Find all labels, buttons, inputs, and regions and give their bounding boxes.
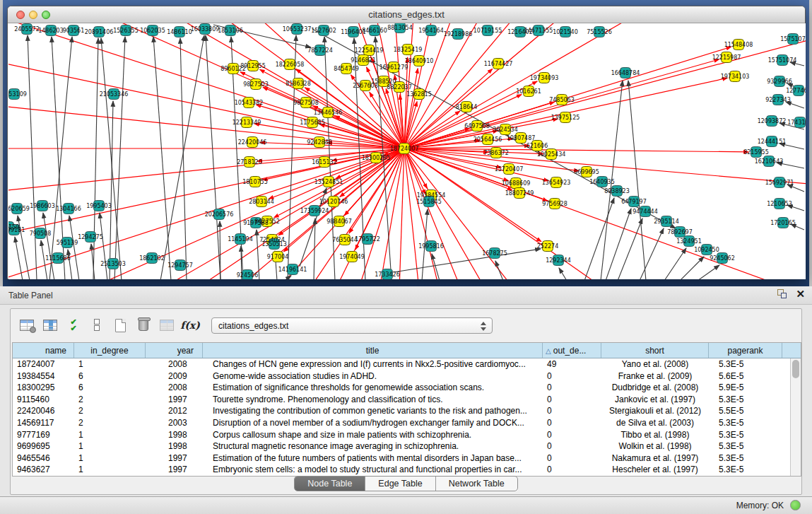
graph-node-label: 8466160 xyxy=(362,28,387,34)
table-row[interactable]: 1830029562008Estimation of significance … xyxy=(13,382,790,394)
delete-table-button[interactable] xyxy=(158,316,176,334)
graph-node-label: 1021540 xyxy=(553,29,578,35)
graph-node-label: 18226058 xyxy=(276,62,305,68)
table-cell: Jankovic et al. (1997) xyxy=(601,394,709,406)
table-cell: 5.3E-5 xyxy=(709,429,782,441)
table-row[interactable]: 946554611997Estimation of the future num… xyxy=(13,452,790,465)
table-row[interactable]: 1456911722003Disruption of a novel membe… xyxy=(13,417,790,429)
table-cell: Yano et al. (2008) xyxy=(601,358,709,370)
table-body: 1872400712008Changes of HCN gene express… xyxy=(13,358,790,476)
graph-node-label: 2803144 xyxy=(249,199,274,205)
graph-node-label: 10653237 xyxy=(283,26,312,33)
graph-node-label: 1324951 xyxy=(676,238,702,245)
table-cell: Corpus callosum shape and size in male p… xyxy=(203,429,543,441)
table-row[interactable]: 977716911998Corpus callosum shape and si… xyxy=(13,429,790,441)
graph-node-label: 6497568 xyxy=(464,123,490,129)
table-cell: Nakamura et al. (1997) xyxy=(601,452,709,465)
scrollbar-thumb[interactable] xyxy=(792,360,799,378)
graph-node-label: 19734103 xyxy=(721,74,750,80)
table-cell: 5.5E-5 xyxy=(709,405,782,417)
column-header-pagerank[interactable]: pagerank xyxy=(709,343,782,358)
function-builder-button[interactable]: f(x) xyxy=(181,316,199,334)
delete-column-button[interactable] xyxy=(134,316,153,334)
select-columns-button[interactable]: ✔✔ xyxy=(64,316,83,334)
table-cell: Dudbridge et al. (2008) xyxy=(601,382,709,394)
column-header-year[interactable]: year xyxy=(146,343,203,358)
table-panel: Table Panel ✕ ✔✔ xyxy=(0,286,812,514)
graph-node-label: 6479197 xyxy=(621,199,647,205)
table-cell: 9777169 xyxy=(13,429,74,441)
table-cell: 5.3E-5 xyxy=(709,394,782,406)
graph-node-label: 13524851 xyxy=(314,179,343,185)
graph-node-label: 1515845 xyxy=(416,199,442,205)
table-cell: Genome-wide association studies in ADHD. xyxy=(203,370,543,382)
table-cell: Disruption of a novel member of a sodium… xyxy=(203,417,543,429)
table-cell: Tibbo et al. (1998) xyxy=(601,429,709,441)
table-row[interactable]: 969969511998Structural magnetic resonanc… xyxy=(13,440,790,452)
tab-edge-table[interactable]: Edge Table xyxy=(365,477,435,491)
graph-node-label: 9197588 xyxy=(243,220,269,226)
table-cell: 9465546 xyxy=(13,452,74,465)
table-row[interactable]: 946362711997Embryonic stem cells: a mode… xyxy=(13,464,790,476)
table-cell: 2003 xyxy=(146,417,203,429)
table-row[interactable]: 2242004622012Investigating the contribut… xyxy=(13,405,790,417)
table-row[interactable]: 1872400712008Changes of HCN gene express… xyxy=(13,358,790,370)
graph-node-label: 2513503 xyxy=(100,261,126,267)
column-header-in_degree[interactable]: in_degree xyxy=(74,343,146,358)
fx-icon: f(x) xyxy=(180,320,200,331)
column-header-name[interactable]: name xyxy=(13,343,74,358)
graph-node-label: 7515526 xyxy=(587,29,612,35)
table-row[interactable]: 911546021997Tourette syndrome. Phenomeno… xyxy=(13,394,790,406)
graph-node-label: 1862102 xyxy=(139,255,165,262)
graph-node-label: 1678275 xyxy=(482,250,507,257)
table-header-row: namein_degreeyeartitle△out_de...shortpag… xyxy=(13,343,801,358)
graph-node-label: 9227343 xyxy=(765,97,791,103)
table-cell: 0 xyxy=(543,440,601,452)
table-cell: 1997 xyxy=(146,464,203,476)
tab-node-table[interactable]: Node Table xyxy=(295,477,365,491)
network-canvas[interactable]: 1872400718300295896012289129551822605898… xyxy=(8,23,806,279)
graph-node-label: 917004 xyxy=(267,254,289,260)
new-column-button[interactable] xyxy=(111,316,129,334)
table-cell: Embryonic stem cells: a model to study s… xyxy=(203,464,543,476)
gear-icon xyxy=(30,327,36,333)
graph-node-label: 8938923 xyxy=(604,188,630,194)
graph-node-label: 20206576 xyxy=(205,211,234,218)
table-cell: 2 xyxy=(74,405,146,417)
close-panel-icon[interactable]: ✕ xyxy=(796,289,805,299)
table-cell: de Silva et al. (2003) xyxy=(601,417,709,429)
graph-node-label: 1292344 xyxy=(546,257,571,264)
graph-node-label: 3624534 xyxy=(493,127,518,133)
table-cell: 0 xyxy=(543,452,601,465)
graph-node-label: 18640910 xyxy=(405,58,434,64)
graph-node-label: 8912955 xyxy=(240,63,266,69)
graph-node-label: 1995403 xyxy=(86,203,112,209)
table-cell: 6 xyxy=(74,370,146,382)
table-cell: 2 xyxy=(74,417,146,429)
show-columns-button[interactable] xyxy=(41,316,59,334)
table-options-button[interactable] xyxy=(18,316,36,334)
table-cell: 9463627 xyxy=(13,464,74,476)
graph-node-label: 1640935 xyxy=(589,179,615,185)
graph-node-label: 9756928 xyxy=(542,201,567,207)
column-header-out_de[interactable]: △out_de... xyxy=(543,343,601,358)
network-window-titlebar[interactable]: citations_edges.txt xyxy=(8,6,805,23)
column-header-short[interactable]: short xyxy=(601,343,709,358)
table-scrollbar[interactable] xyxy=(790,358,801,476)
table-toolbar: ✔✔ f(x) citations_edges.txt xyxy=(11,309,801,341)
column-header-title[interactable]: title xyxy=(203,343,543,358)
tab-network-table[interactable]: Network Table xyxy=(436,477,517,491)
graph-node-label: 15751074 xyxy=(768,57,797,64)
float-panel-icon[interactable] xyxy=(777,289,787,299)
graph-node-label: 12254419 xyxy=(355,47,384,54)
graph-node-label: 9827508 xyxy=(293,100,319,106)
graph-node-label: 13975125 xyxy=(551,115,580,121)
table-cell: 1997 xyxy=(146,394,203,406)
table-selector-dropdown[interactable]: citations_edges.txt xyxy=(211,317,493,334)
table-row[interactable]: 1938455462009Genome-wide association stu… xyxy=(13,370,790,382)
graph-node-label: 2935114 xyxy=(654,218,679,225)
graph-node-label: 1092450 xyxy=(694,247,719,253)
row-height-button[interactable] xyxy=(88,316,106,334)
table-tabs-row: Node TableEdge TableNetwork Table xyxy=(11,476,801,491)
table-cell: 0 xyxy=(543,417,601,429)
